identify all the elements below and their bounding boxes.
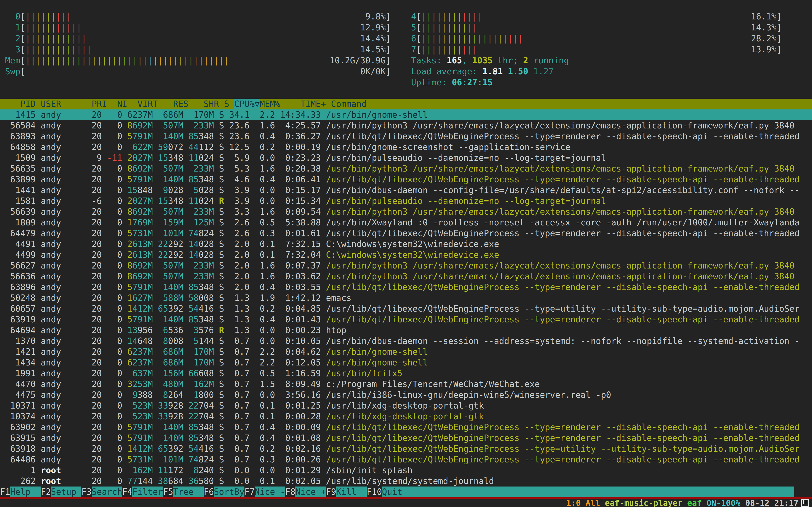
fkey-filter[interactable]: F4Filter [122,487,163,497]
meter-column-right: 4[||||||||||||16.1%]5[|||||||||||14.3%]6… [411,11,802,88]
process-row-56627[interactable]: 56627 andy 20 0 8692M 507M 233M S 2.0 1.… [0,260,812,271]
fkey-label: Quit [382,487,413,497]
column-headers[interactable]: PID USER PRI NI VIRT RES SHR S [0,99,234,109]
cpu-meter-7-bar: |||||||||||13.9% [421,44,776,55]
process-row-1581[interactable]: 1581 andy -6 0 2027M 15348 11024 R 3.9 0… [0,195,812,207]
cpu-meter-7-label: 7 [411,44,416,55]
command-text: /usr/bin/pulseaudio --daemonize=no --log… [326,196,606,206]
fkey-label: SortBy [214,487,245,497]
fkey-quit[interactable]: F10Quit [367,487,413,497]
cpu-meter-0-value: 9.8% [365,11,386,22]
load-average-text: 1.50 [508,66,533,76]
fkey-sortby[interactable]: F6SortBy [204,487,245,497]
fkey-help[interactable]: F1Help [0,487,41,497]
fkey-setup[interactable]: F2Setup [41,487,82,497]
fkey-search[interactable]: F3Search [82,487,122,497]
column-headers-right[interactable]: MEM% TIME+ Command [260,99,367,109]
process-table-header[interactable]: PID USER PRI NI VIRT RES SHR S CPU%▽MEM%… [0,99,812,109]
process-row-63893[interactable]: 63893 andy 20 0 5791M 140M 85348 S 23.6 … [0,131,812,142]
process-row-1415[interactable]: 1415 andy 20 0 6237M 686M 170M S 34.1 2.… [0,109,812,120]
tasks-summary-text: thr; [493,56,523,65]
fkey-number: F9 [326,487,336,497]
meter-close-bracket: ] [386,33,391,44]
cpu-meter-3: 3[|||||||||||||14.5%] [5,44,391,55]
weekday-cjk-glyph [801,499,809,507]
process-row-56636[interactable]: 56636 andy 20 0 8692M 507M 233M S 2.0 1.… [0,271,812,282]
cpu-meter-2: 2[||||||||||||14.4%] [5,33,391,44]
process-row-1441[interactable]: 1441 andy 20 0 15848 9028 5028 S 3.9 0.0… [0,185,812,195]
process-row-64486[interactable]: 64486 andy 20 0 5731M 101M 74824 S 0.7 0… [0,454,812,465]
process-row-64694[interactable]: 64694 andy 20 0 13956 6536 3576 R 1.3 0.… [0,325,812,336]
fkey-number: F2 [41,487,51,497]
load-average-text: 1.81 [483,66,508,76]
process-row-1421[interactable]: 1421 andy 20 0 6237M 686M 170M S 0.7 2.2… [0,346,812,357]
meter-open-bracket: [ [416,33,421,44]
process-row-4475[interactable]: 4475 andy 20 0 9388 8264 1800 S 0.7 0.0 … [0,390,812,400]
process-row-1509[interactable]: 1509 andy 9 -11 2027M 15348 11024 S 5.9 … [0,153,812,163]
meter-bars-r: ||||| [56,22,82,32]
process-row-56635[interactable]: 56635 andy 20 0 8692M 507M 233M S 5.3 1.… [0,163,812,174]
tasks-summary-text: 1035 [472,56,493,65]
command-text: /usr/lib/qt/libexec/QtWebEngineProcess -… [326,228,800,238]
process-row-4499[interactable]: 4499 andy 20 0 2613M 22292 14028 S 2.0 0… [0,249,812,260]
memory-meter-value: 10.2G/30.9G [329,55,386,66]
load-average-text: 1.27 [533,66,554,76]
meter-bars-g: |||||||||| [26,45,77,54]
process-row-1[interactable]: 1 root 20 0 162M 11172 8240 S 0.0 0.0 0:… [0,465,812,476]
meter-open-bracket: [ [416,44,421,55]
meter-bars-g: ||||||||| [421,22,467,32]
memory-meter-label: Mem [5,55,20,66]
fkey-label: Nice - [255,487,285,497]
process-row-63896[interactable]: 63896 andy 20 0 5791M 140M 85348 S 2.0 0… [0,282,812,293]
process-row-50248[interactable]: 50248 andy 20 0 1627M 588M 58008 S 1.3 1… [0,293,812,303]
meter-close-bracket: ] [386,66,391,77]
memory-meter: Mem[||||||||||||||||||||||||||||||||||||… [5,55,391,66]
command-text: /usr/lib/qt/libexec/QtWebEngineProcess -… [326,174,800,184]
meter-bars-r: ||| [462,45,477,54]
fkey-bar-fill [413,487,794,497]
command-text: /usr/bin/fcitx5 [326,369,402,378]
process-row-64479[interactable]: 64479 andy 20 0 5731M 101M 74824 S 2.6 0… [0,228,812,239]
process-row-4491[interactable]: 4491 andy 20 0 2613M 22292 14028 S 2.0 0… [0,239,812,249]
process-row-60657[interactable]: 60657 andy 20 0 1412M 65392 54416 S 1.3 … [0,303,812,314]
cpu-meter-5-label: 5 [411,22,416,33]
process-row-63918[interactable]: 63918 andy 20 0 1412M 65392 54416 S 0.7 … [0,443,812,454]
process-row-1370[interactable]: 1370 andy 20 0 14648 8008 5144 S 0.7 0.0… [0,336,812,346]
process-row-56639[interactable]: 56639 andy 20 0 8692M 507M 233M S 3.3 1.… [0,207,812,217]
process-row-4470[interactable]: 4470 andy 20 0 3253M 480M 162M S 0.7 1.5… [0,379,812,390]
command-text: C:\windows\system32\winedevice.exe [326,250,499,260]
process-row-1991[interactable]: 1991 andy 20 0 637M 156M 66608 S 0.7 0.5… [0,368,812,379]
column-cpu-sort[interactable]: CPU%▽ [234,99,260,109]
meter-open-bracket: [ [416,22,421,33]
fkey-tree[interactable]: F5Tree [163,487,204,497]
process-row-63915[interactable]: 63915 andy 20 0 5791M 140M 85348 S 0.7 0… [0,433,812,443]
meter-bars-r: ||| [77,45,92,54]
cpu-meter-5: 5[|||||||||||14.3%] [411,22,781,33]
process-row-63899[interactable]: 63899 andy 20 0 5791M 140M 85348 S 4.6 0… [0,174,812,185]
command-text: /usr/lib/xdg-desktop-portal-gtk [326,411,484,421]
meter-close-bracket: ] [776,44,781,55]
uptime-text: Uptime: [411,77,452,87]
meter-bars-g: |||||| [26,22,56,32]
process-row-10371[interactable]: 10371 andy 20 0 523M 33928 22704 S 0.7 0… [0,400,812,411]
process-row-10374[interactable]: 10374 andy 20 0 523M 33928 22704 S 0.7 0… [0,411,812,422]
cpu-meter-1-value: 12.9% [360,22,386,33]
process-row-56584[interactable]: 56584 andy 20 0 8692M 507M 233M S 23.6 1… [0,120,812,131]
fkey-nice-[interactable]: F8Nice + [285,487,326,497]
command-text: /usr/bin/python3 /usr/share/emacs/lazyca… [326,207,795,217]
process-row-1809[interactable]: 1809 andy 20 0 1769M 159M 125M S 2.6 0.5… [0,217,812,228]
fkey-kill[interactable]: F9Kill [326,487,367,497]
process-row-262[interactable]: 262 root 20 0 77144 38684 36580 S 0.0 0.… [0,476,812,487]
meter-bars-g: |||||| [26,12,56,21]
command-text: /usr/lib/qt/libexec/QtWebEngineProcess -… [326,444,800,454]
fkey-number: F6 [204,487,214,497]
command-text: /usr/bin/dbus-daemon --config-file=/usr/… [326,185,800,195]
process-row-63902[interactable]: 63902 andy 20 0 5791M 140M 85348 S 0.7 0… [0,422,812,433]
process-row-64858[interactable]: 64858 andy 20 0 622M 59072 44112 S 12.5 … [0,142,812,153]
fkey-nice-[interactable]: F7Nice - [245,487,285,497]
meter-close-bracket: ] [386,11,391,22]
process-row-1434[interactable]: 1434 andy 20 0 6237M 686M 170M S 0.7 2.2… [0,357,812,368]
process-row-63919[interactable]: 63919 andy 20 0 5791M 140M 85348 S 1.3 0… [0,314,812,325]
cpu-meter-5-value: 14.3% [751,22,776,33]
cpu-meter-4: 4[||||||||||||16.1%] [411,11,781,22]
